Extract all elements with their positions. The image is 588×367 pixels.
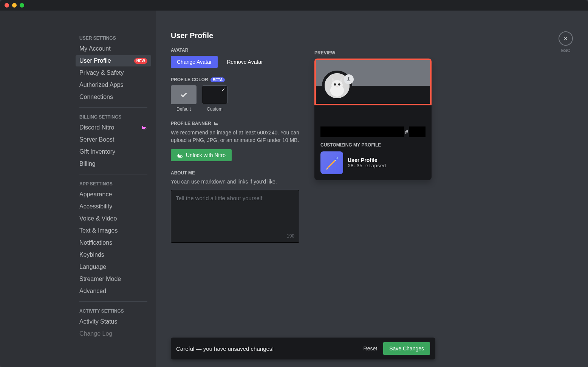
svg-point-5 bbox=[334, 83, 336, 86]
sidebar-item-advanced[interactable]: Advanced bbox=[76, 285, 151, 297]
sidebar-item-language[interactable]: Language bbox=[76, 261, 151, 273]
sidebar-header-activity-settings: Activity Settings bbox=[76, 306, 151, 316]
sidebar-divider bbox=[79, 301, 147, 302]
sidebar-header-app-settings: App Settings bbox=[76, 179, 151, 189]
pencil-rocket-icon bbox=[323, 154, 340, 171]
avatar-section-label: Avatar bbox=[171, 48, 299, 53]
window-titlebar bbox=[0, 0, 588, 11]
unsaved-changes-text: Careful — you have unsaved changes! bbox=[176, 345, 364, 352]
nitro-icon bbox=[177, 153, 184, 158]
sidebar-item-my-account[interactable]: My Account bbox=[76, 43, 151, 54]
maximize-window-icon[interactable] bbox=[20, 3, 24, 8]
svg-point-1 bbox=[181, 156, 182, 157]
sidebar-item-label: Server Boost bbox=[79, 136, 114, 143]
remove-avatar-button[interactable]: Remove Avatar bbox=[221, 56, 269, 68]
profile-banner-text: Profile Banner bbox=[171, 121, 211, 126]
pencil-icon bbox=[221, 87, 226, 92]
sidebar-item-label: My Account bbox=[79, 45, 111, 52]
sidebar-item-privacy-safety[interactable]: Privacy & Safety bbox=[76, 67, 151, 79]
minimize-window-icon[interactable] bbox=[12, 3, 17, 8]
sidebar-item-user-profile[interactable]: User Profile NEW bbox=[76, 55, 151, 66]
new-badge: NEW bbox=[134, 58, 147, 64]
upload-banner-button[interactable] bbox=[344, 74, 354, 84]
preview-username-redacted bbox=[320, 126, 404, 137]
sidebar-item-label: User Profile bbox=[79, 57, 111, 64]
close-window-icon[interactable] bbox=[5, 3, 9, 8]
nitro-icon bbox=[214, 122, 219, 125]
svg-point-0 bbox=[145, 128, 146, 129]
about-me-section-label: About Me bbox=[171, 170, 299, 176]
sidebar-item-discord-nitro[interactable]: Discord Nitro bbox=[76, 122, 151, 133]
sidebar-item-label: Accessibility bbox=[79, 203, 112, 210]
unlock-nitro-label: Unlock with Nitro bbox=[186, 152, 226, 158]
sidebar-item-authorized-apps[interactable]: Authorized Apps bbox=[76, 79, 151, 91]
close-icon bbox=[563, 35, 569, 42]
sidebar-item-server-boost[interactable]: Server Boost bbox=[76, 134, 151, 145]
sidebar-item-label: Notifications bbox=[79, 239, 112, 246]
sidebar-item-label: Streamer Mode bbox=[79, 276, 121, 282]
sidebar-item-appearance[interactable]: Appearance bbox=[76, 189, 151, 200]
sidebar-item-label: Keybinds bbox=[79, 251, 104, 258]
swatch-default-label: Default bbox=[176, 106, 191, 112]
preview-discriminator: # bbox=[405, 129, 408, 135]
check-icon bbox=[179, 91, 188, 99]
about-me-container: 190 bbox=[171, 190, 299, 243]
sidebar-item-keybinds[interactable]: Keybinds bbox=[76, 249, 151, 261]
profile-color-text: Profile Color bbox=[171, 77, 208, 82]
nitro-icon bbox=[141, 125, 147, 131]
sidebar-item-streamer-mode[interactable]: Streamer Mode bbox=[76, 273, 151, 285]
profile-preview-card: # Customizing My Profile bbox=[314, 59, 432, 180]
sidebar-item-label: Activity Status bbox=[79, 318, 117, 325]
about-me-char-count: 190 bbox=[287, 233, 294, 239]
sidebar-header-user-settings: User Settings bbox=[76, 33, 151, 43]
sidebar-item-label: Text & Images bbox=[79, 227, 118, 234]
activity-elapsed-time: 08:35 elapsed bbox=[348, 163, 386, 169]
profile-banner-description: We recommend an image of at least 600x24… bbox=[171, 129, 299, 144]
sidebar-item-label: Change Log bbox=[79, 330, 112, 337]
sidebar-item-accessibility[interactable]: Accessibility bbox=[76, 201, 151, 212]
esc-label: ESC bbox=[561, 48, 571, 53]
preview-tag-redacted bbox=[409, 126, 426, 137]
change-avatar-button[interactable]: Change Avatar bbox=[171, 56, 218, 68]
page-title: User Profile bbox=[171, 31, 299, 40]
sidebar-item-notifications[interactable]: Notifications bbox=[76, 237, 151, 248]
beta-badge: BETA bbox=[210, 77, 225, 82]
settings-sidebar: User Settings My Account User Profile NE… bbox=[0, 11, 156, 367]
profile-color-custom-swatch[interactable] bbox=[202, 85, 227, 104]
sidebar-item-label: Voice & Video bbox=[79, 215, 117, 222]
sidebar-item-billing[interactable]: Billing bbox=[76, 158, 151, 170]
customizing-profile-label: Customizing My Profile bbox=[320, 142, 426, 148]
unlock-with-nitro-button[interactable]: Unlock with Nitro bbox=[171, 149, 232, 161]
sidebar-item-change-log[interactable]: Change Log bbox=[76, 328, 151, 339]
reset-button[interactable]: Reset bbox=[364, 345, 378, 352]
unsaved-changes-bar: Careful — you have unsaved changes! Rese… bbox=[171, 338, 435, 359]
profile-banner-section-label: Profile Banner bbox=[171, 121, 299, 126]
upload-icon bbox=[346, 77, 351, 82]
swatch-custom-label: Custom bbox=[207, 106, 222, 112]
sidebar-item-activity-status[interactable]: Activity Status bbox=[76, 316, 151, 327]
sidebar-item-label: Discord Nitro bbox=[79, 124, 114, 131]
svg-point-6 bbox=[338, 83, 340, 86]
sidebar-item-gift-inventory[interactable]: Gift Inventory bbox=[76, 146, 151, 157]
profile-color-section-label: Profile Color BETA bbox=[171, 77, 299, 82]
sidebar-divider bbox=[79, 174, 147, 174]
sidebar-item-label: Connections bbox=[79, 94, 113, 100]
sidebar-item-label: Authorized Apps bbox=[79, 82, 124, 88]
sidebar-item-connections[interactable]: Connections bbox=[76, 91, 151, 103]
save-changes-button[interactable]: Save Changes bbox=[383, 342, 430, 355]
sidebar-item-label: Gift Inventory bbox=[79, 148, 115, 155]
activity-title: User Profile bbox=[348, 157, 386, 163]
content-area: ESC User Profile Avatar Change Avatar Re… bbox=[156, 11, 588, 367]
preview-banner-highlight bbox=[314, 59, 432, 105]
close-settings-button[interactable] bbox=[559, 31, 573, 46]
profile-color-default-swatch[interactable] bbox=[171, 85, 197, 104]
sidebar-divider bbox=[79, 107, 147, 108]
sidebar-item-label: Language bbox=[79, 264, 106, 270]
sidebar-item-voice-video[interactable]: Voice & Video bbox=[76, 213, 151, 224]
svg-point-7 bbox=[335, 158, 337, 160]
sidebar-item-text-images[interactable]: Text & Images bbox=[76, 225, 151, 236]
activity-app-icon bbox=[320, 151, 343, 174]
about-me-textarea[interactable] bbox=[176, 195, 294, 233]
about-me-description: You can use markdown and links if you'd … bbox=[171, 179, 299, 185]
sidebar-item-label: Billing bbox=[79, 160, 96, 167]
